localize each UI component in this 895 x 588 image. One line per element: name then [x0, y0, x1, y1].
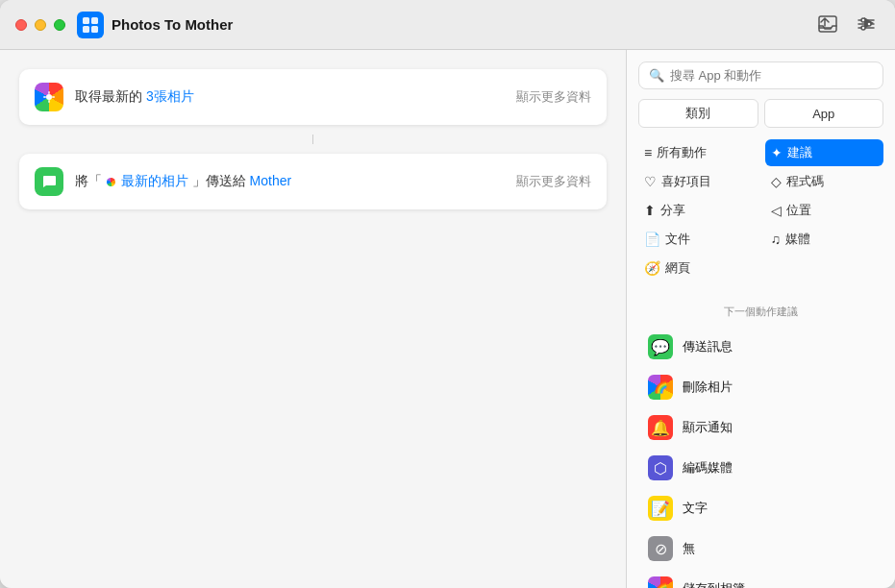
encode-media-label: 編碼媒體 — [683, 459, 733, 477]
action-card-1[interactable]: 取得最新的 3張相片 顯示更多資料 — [19, 69, 607, 125]
minimize-button[interactable] — [35, 19, 46, 31]
category-media[interactable]: ♫ 媒體 — [765, 226, 884, 253]
suggestions-label: 下一個動作建議 — [638, 305, 883, 319]
suggestion-text[interactable]: 📝 文字 — [638, 488, 883, 528]
svg-rect-2 — [83, 26, 89, 33]
titlebar: Photos To Mother — [0, 0, 895, 50]
category-all[interactable]: ≡ 所有動作 — [638, 139, 758, 166]
close-button[interactable] — [15, 19, 27, 31]
tab-app[interactable]: App — [764, 99, 884, 128]
location-icon: ◁ — [771, 203, 782, 218]
web-icon: 🧭 — [644, 260, 660, 276]
suggestion-send-message[interactable]: 💬 傳送訊息 — [638, 327, 883, 367]
documents-icon: 📄 — [644, 232, 660, 247]
workflow-area: 取得最新的 3張相片 顯示更多資料 將「 最新的相片 」傳送給 Mother 顯… — [0, 50, 626, 588]
action1-highlight: 3張相片 — [146, 88, 194, 104]
svg-rect-1 — [91, 17, 98, 24]
category-share-label: 分享 — [660, 202, 685, 219]
svg-rect-14 — [43, 96, 46, 97]
action2-text-before: 將「 — [75, 173, 106, 188]
favorites-icon: ♡ — [644, 174, 657, 189]
svg-rect-3 — [91, 26, 98, 33]
action2-show-more[interactable]: 顯示更多資料 — [516, 173, 591, 190]
action1-content: 取得最新的 3張相片 — [75, 88, 516, 106]
window-title: Photos To Mother — [112, 16, 812, 33]
category-suggestions[interactable]: ✦ 建議 — [765, 139, 884, 166]
suggestion-show-notification[interactable]: 🔔 顯示通知 — [638, 407, 883, 448]
category-web-label: 網頁 — [665, 259, 690, 277]
category-all-label: 所有動作 — [657, 144, 707, 161]
traffic-lights — [15, 19, 65, 31]
svg-rect-12 — [48, 91, 49, 94]
sidebar-inbox-button[interactable] — [814, 13, 841, 38]
nothing-icon: ⊘ — [648, 536, 673, 561]
category-code-label: 程式碼 — [786, 173, 824, 190]
action2-text-mid: 」傳送給 — [192, 173, 250, 188]
action1-show-more[interactable]: 顯示更多資料 — [516, 88, 591, 106]
connector-line — [312, 135, 313, 144]
send-message-icon: 💬 — [648, 334, 673, 359]
delete-photo-icon: 🌈 — [648, 375, 673, 400]
svg-point-8 — [861, 18, 865, 22]
app-icon — [77, 12, 104, 38]
main-content: 取得最新的 3張相片 顯示更多資料 將「 最新的相片 」傳送給 Mother 顯… — [0, 50, 895, 588]
svg-rect-0 — [83, 17, 89, 24]
suggestion-encode-media[interactable]: ⬡ 編碼媒體 — [638, 448, 883, 488]
nothing-label: 無 — [683, 540, 695, 557]
encode-media-icon: ⬡ — [648, 455, 673, 480]
text-icon: 📝 — [648, 496, 673, 521]
category-favorites-label: 喜好項目 — [661, 173, 711, 190]
category-suggestions-label: 建議 — [787, 144, 812, 161]
category-code[interactable]: ◇ 程式碼 — [765, 168, 884, 195]
suggestion-delete-photo[interactable]: 🌈 刪除相片 — [638, 367, 883, 407]
category-location-label: 位置 — [786, 202, 811, 219]
share-icon: ⬆ — [644, 203, 656, 218]
suggestions-section: 下一個動作建議 💬 傳送訊息 🌈 刪除相片 🔔 顯示通知 ⬡ 編碼媒體 — [638, 305, 883, 588]
category-app-tabs: 類別 App — [638, 99, 883, 128]
code-icon: ◇ — [771, 174, 782, 189]
action1-text-before: 取得最新的 — [75, 88, 146, 104]
category-favorites[interactable]: ♡ 喜好項目 — [638, 168, 758, 195]
all-icon: ≡ — [644, 145, 652, 160]
save-to-album-icon: 🌈 — [648, 576, 673, 588]
tab-category[interactable]: 類別 — [638, 99, 758, 128]
maximize-button[interactable] — [54, 19, 65, 31]
suggestion-save-to-album[interactable]: 🌈 儲存到相簿 — [638, 569, 883, 588]
text-label: 文字 — [683, 500, 708, 517]
send-message-label: 傳送訊息 — [683, 338, 733, 355]
categories-grid: ≡ 所有動作 ✦ 建議 ♡ 喜好項目 ◇ 程式碼 ⬆ 分享 — [638, 139, 883, 282]
category-share[interactable]: ⬆ 分享 — [638, 197, 758, 224]
search-icon: 🔍 — [649, 68, 664, 83]
sidebar: 🔍 類別 App ≡ 所有動作 ✦ 建議 ♡ 喜好 — [626, 50, 895, 588]
show-notification-label: 顯示通知 — [683, 419, 733, 436]
category-documents-label: 文件 — [665, 231, 690, 248]
action2-recipient: Mother — [250, 173, 292, 188]
suggestion-nothing[interactable]: ⊘ 無 — [638, 528, 883, 569]
media-icon: ♫ — [771, 232, 782, 247]
action2-dot-label: 最新的相片 — [117, 173, 192, 188]
svg-point-9 — [867, 22, 871, 26]
svg-rect-13 — [48, 100, 49, 103]
search-bar: 🔍 — [638, 61, 883, 89]
svg-point-10 — [861, 26, 865, 30]
svg-rect-15 — [52, 96, 55, 97]
photos-icon — [35, 83, 63, 111]
settings-button[interactable] — [853, 13, 880, 38]
category-location[interactable]: ◁ 位置 — [765, 197, 884, 224]
show-notification-icon: 🔔 — [648, 415, 673, 440]
suggestions-icon: ✦ — [771, 145, 783, 160]
delete-photo-label: 刪除相片 — [683, 379, 733, 396]
action-card-2[interactable]: 將「 最新的相片 」傳送給 Mother 顯示更多資料 — [19, 154, 607, 209]
action2-content: 將「 最新的相片 」傳送給 Mother — [75, 173, 516, 190]
svg-point-11 — [46, 94, 52, 100]
category-web[interactable]: 🧭 網頁 — [638, 255, 758, 282]
messages-icon — [35, 167, 63, 196]
app-window: Photos To Mother — [0, 0, 895, 588]
category-media-label: 媒體 — [785, 231, 810, 248]
save-to-album-label: 儲存到相簿 — [683, 580, 745, 588]
search-input[interactable] — [670, 68, 873, 83]
category-documents[interactable]: 📄 文件 — [638, 226, 758, 253]
